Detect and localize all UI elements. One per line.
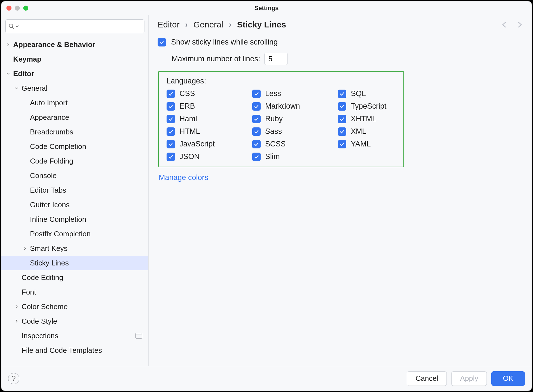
tree-row[interactable]: Code Folding <box>1 154 148 168</box>
tree-row[interactable]: Inline Completion <box>1 212 148 227</box>
tree-item-label: Auto Import <box>30 99 67 107</box>
help-icon[interactable]: ? <box>8 373 19 384</box>
titlebar: Settings <box>1 1 532 15</box>
breadcrumb-general[interactable]: General <box>193 20 223 29</box>
language-checkbox[interactable] <box>252 115 261 123</box>
tree-item-label: Appearance & Behavior <box>13 40 95 49</box>
chevron-right-icon[interactable] <box>22 245 28 252</box>
language-checkbox[interactable] <box>167 102 175 111</box>
language-checkbox[interactable] <box>252 153 261 161</box>
tree-row[interactable]: Editor <box>1 66 148 81</box>
language-cell: SQL <box>338 89 396 98</box>
language-checkbox[interactable] <box>252 127 261 136</box>
language-label: CSS <box>179 89 195 98</box>
language-checkbox[interactable] <box>252 140 261 148</box>
language-checkbox[interactable] <box>167 115 175 123</box>
tree-row[interactable]: Keymap <box>1 52 148 66</box>
language-label: Sass <box>265 127 282 136</box>
settings-tree[interactable]: Appearance & BehaviorKeymapEditorGeneral… <box>1 37 148 366</box>
language-label: XML <box>351 127 366 136</box>
tree-row[interactable]: Code Completion <box>1 139 148 154</box>
tree-row[interactable]: Console <box>1 168 148 183</box>
languages-title: Languages: <box>167 77 396 85</box>
tree-item-label: Font <box>22 288 36 297</box>
main-panel: Editor › General › Sticky Lines Show sti… <box>149 15 532 366</box>
tree-row[interactable]: Appearance & Behavior <box>1 37 148 52</box>
ok-button[interactable]: OK <box>491 371 525 386</box>
language-checkbox[interactable] <box>252 102 261 111</box>
language-checkbox[interactable] <box>338 127 346 136</box>
separate-window-icon[interactable] <box>135 333 142 339</box>
chevron-right-icon[interactable] <box>13 318 20 325</box>
nav-arrows <box>501 21 523 29</box>
manage-colors-link[interactable]: Manage colors <box>159 173 523 182</box>
tree-item-label: Breadcrumbs <box>30 128 73 136</box>
tree-item-label: Inspections <box>22 332 59 340</box>
tree-row[interactable]: Font <box>1 285 148 299</box>
tree-row[interactable]: File and Code Templates <box>1 343 148 358</box>
language-cell: Less <box>252 89 338 98</box>
show-sticky-lines-checkbox[interactable] <box>158 38 166 46</box>
language-checkbox[interactable] <box>167 140 175 148</box>
tree-row[interactable]: Code Editing <box>1 270 148 285</box>
language-checkbox[interactable] <box>167 90 175 98</box>
language-checkbox[interactable] <box>252 90 261 98</box>
language-label: Less <box>265 89 281 98</box>
tree-row[interactable]: Code Style <box>1 314 148 328</box>
search-input[interactable] <box>20 23 141 30</box>
tree-row[interactable]: Postfix Completion <box>1 227 148 241</box>
tree-item-label: Postfix Completion <box>30 230 91 238</box>
language-checkbox[interactable] <box>338 140 346 148</box>
svg-point-0 <box>9 24 13 28</box>
language-label: Haml <box>179 115 197 123</box>
language-cell: SCSS <box>252 140 338 148</box>
languages-grid: CSS Less SQL ERB Markdown TypeScript Ham… <box>167 89 396 161</box>
tree-row[interactable]: General <box>1 81 148 95</box>
chevron-right-icon[interactable] <box>13 303 20 310</box>
max-lines-input[interactable] <box>264 53 288 65</box>
language-cell: JSON <box>167 152 252 161</box>
tree-row[interactable]: Breadcrumbs <box>1 125 148 139</box>
language-checkbox[interactable] <box>167 153 175 161</box>
tree-row[interactable]: Inspections <box>1 328 148 343</box>
tree-row[interactable]: Color Scheme <box>1 299 148 314</box>
max-lines-label: Maximum number of lines: <box>172 55 260 63</box>
cancel-button[interactable]: Cancel <box>407 371 447 386</box>
breadcrumb-editor[interactable]: Editor <box>158 20 179 29</box>
tree-item-label: Smart Keys <box>30 244 67 253</box>
language-cell: Slim <box>252 152 338 161</box>
language-cell: HTML <box>167 127 252 136</box>
chevron-down-icon[interactable] <box>5 70 11 77</box>
language-label: SQL <box>351 89 366 98</box>
chevron-right-icon[interactable] <box>5 41 11 48</box>
language-cell: YAML <box>338 140 396 148</box>
languages-box: Languages: CSS Less SQL ERB Markdown Typ… <box>158 71 404 167</box>
tree-row[interactable]: Sticky Lines <box>1 256 148 270</box>
apply-button[interactable]: Apply <box>451 371 487 386</box>
search-history-caret-icon[interactable] <box>16 24 18 28</box>
language-label: JavaScript <box>179 140 215 148</box>
tree-row[interactable]: Gutter Icons <box>1 197 148 212</box>
search-wrap <box>1 18 148 37</box>
tree-row[interactable]: Auto Import <box>1 95 148 110</box>
language-checkbox[interactable] <box>167 127 175 136</box>
search-box[interactable] <box>5 19 144 33</box>
settings-window: Settings Appearance & BehaviorKeymapEdit… <box>1 1 532 391</box>
language-checkbox[interactable] <box>338 102 346 111</box>
language-cell: TypeScript <box>338 102 396 111</box>
language-cell: XML <box>338 127 396 136</box>
tree-item-label: Sticky Lines <box>30 259 69 267</box>
language-checkbox[interactable] <box>338 115 346 123</box>
back-icon[interactable] <box>501 21 509 29</box>
tree-row[interactable]: Appearance <box>1 110 148 125</box>
language-checkbox[interactable] <box>338 90 346 98</box>
tree-item-label: Code Editing <box>22 273 63 282</box>
language-cell: Markdown <box>252 102 338 111</box>
chevron-down-icon[interactable] <box>13 85 20 92</box>
forward-icon[interactable] <box>515 21 523 29</box>
tree-row[interactable]: Editor Tabs <box>1 183 148 197</box>
language-cell: Ruby <box>252 115 338 123</box>
language-label: YAML <box>351 140 371 148</box>
tree-row[interactable]: Smart Keys <box>1 241 148 256</box>
tree-item-label: Console <box>30 171 57 180</box>
